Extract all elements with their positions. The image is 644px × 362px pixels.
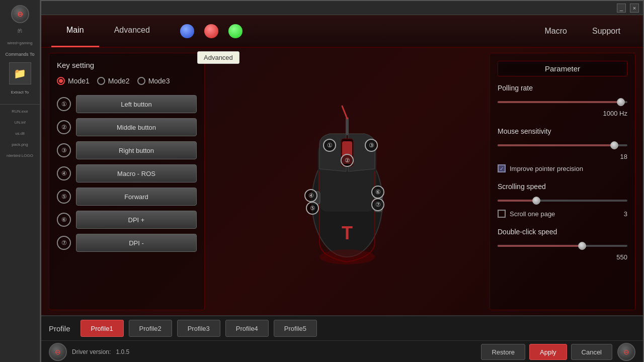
dot-blue[interactable]	[180, 24, 194, 38]
mode2-option[interactable]: Mode2	[97, 77, 130, 85]
sidebar-icon-box[interactable]: 📁	[9, 62, 31, 84]
restore-button[interactable]: Restore	[481, 344, 525, 360]
key-num-3: ③	[57, 143, 71, 157]
polling-rate-thumb[interactable]	[617, 98, 625, 106]
bottom-right-icon: ⊖	[617, 343, 635, 361]
polling-rate-label: Polling rate	[498, 84, 627, 92]
scroll-one-page-value: 3	[624, 210, 627, 218]
mode3-radio[interactable]	[137, 77, 145, 85]
bottom-bar: ⊖ Driver version: 1.0.5 Restore Apply Ca…	[41, 340, 643, 362]
sensitivity-value: 18	[498, 153, 627, 160]
tab-main[interactable]: Main	[51, 15, 99, 47]
sidebar-commands[interactable]: Commands To	[0, 50, 40, 59]
sidebar-file5: rderbird LOGO	[0, 151, 40, 160]
scroll-one-page-checkbox[interactable]	[498, 210, 506, 218]
mode-selector: Mode1 Mode2 Mode3	[57, 77, 197, 85]
double-click-fill	[498, 245, 582, 247]
scrolling-speed-thumb[interactable]	[532, 197, 540, 205]
key-num-5: ⑤	[57, 190, 71, 204]
content-area: Key setting Mode1 Mode2 Mode3 ①	[41, 48, 643, 315]
cancel-button[interactable]: Cancel	[571, 344, 612, 360]
key-btn-4[interactable]: Macro - ROS	[76, 164, 197, 183]
profile3-button[interactable]: Profile3	[177, 320, 220, 337]
minimize-button[interactable]: _	[617, 4, 626, 13]
sensitivity-slider[interactable]	[498, 140, 627, 150]
svg-text:T: T	[342, 223, 353, 243]
key-btn-7[interactable]: DPI -	[76, 234, 197, 252]
key-num-7: ⑦	[57, 236, 71, 250]
left-sidebar: ⊖ 的 wired+gaming Commands To 📁 Extract T…	[0, 0, 40, 362]
svg-line-10	[342, 106, 347, 119]
key-num-4: ④	[57, 166, 71, 180]
mode1-radio[interactable]	[57, 77, 65, 85]
profile5-button[interactable]: Profile5	[274, 320, 317, 337]
sidebar-wired: wired+gaming	[0, 39, 40, 47]
top-navigation: Main Advanced Macro Support Advanced	[41, 15, 643, 48]
double-click-slider[interactable]	[498, 241, 627, 251]
scrolling-speed-section: Scrolling speed Scroll one page 3	[498, 183, 627, 218]
double-click-section: Double-click speed 550	[498, 228, 627, 261]
key-btn-1[interactable]: Left button	[76, 95, 197, 113]
key-setting-title: Key setting	[57, 61, 197, 69]
bottom-left-icon: ⊖	[49, 343, 67, 361]
mouse-num-1: ①	[323, 139, 336, 152]
sensitivity-section: Mouse sensitivity 18 Improve pointer pre…	[498, 127, 627, 172]
mouse-num-7: ⑦	[371, 198, 384, 211]
key-btn-3[interactable]: Right button	[76, 141, 197, 159]
driver-version-text: Driver version: 1.0.5	[72, 348, 129, 355]
mouse-num-3: ③	[365, 139, 378, 152]
key-btn-5[interactable]: Forward	[76, 188, 197, 206]
parameter-title: Parameter	[498, 61, 627, 76]
improve-precision-row: Improve pointer precision	[498, 164, 627, 172]
scroll-one-page-label: Scroll one page	[510, 210, 555, 218]
svg-point-4	[319, 249, 375, 264]
profile-dots	[180, 24, 243, 38]
mouse-num-2: ②	[341, 154, 354, 167]
double-click-label: Double-click speed	[498, 228, 627, 236]
key-row-1: ① Left button	[57, 95, 197, 113]
polling-rate-section: Polling rate 1000 Hz	[498, 84, 627, 117]
profile-label: Profile	[49, 324, 70, 333]
polling-rate-slider[interactable]	[498, 97, 627, 107]
sidebar-file2: UN.inf	[0, 118, 40, 127]
sensitivity-thumb[interactable]	[610, 141, 618, 149]
mouse-illustration: T ① ② ③ ④ ⑤ ⑥ ⑦	[297, 91, 397, 272]
apply-button[interactable]: Apply	[529, 344, 567, 360]
scrolling-speed-label: Scrolling speed	[498, 183, 627, 191]
mode3-option[interactable]: Mode3	[137, 77, 170, 85]
key-setting-panel: Key setting Mode1 Mode2 Mode3 ①	[49, 53, 205, 310]
close-button[interactable]: ×	[630, 4, 639, 13]
key-btn-6[interactable]: DPI +	[76, 211, 197, 229]
right-navigation: Macro Support	[532, 15, 633, 47]
bottom-actions: Restore Apply Cancel	[481, 344, 612, 360]
title-bar: _ ×	[41, 1, 643, 15]
mouse-area: T ① ② ③ ④ ⑤ ⑥ ⑦	[212, 53, 482, 310]
double-click-value: 550	[498, 253, 627, 261]
tab-macro[interactable]: Macro	[532, 15, 580, 47]
key-row-3: ③ Right button	[57, 141, 197, 159]
mouse-num-5: ⑤	[306, 202, 319, 215]
double-click-track	[498, 245, 627, 247]
key-row-2: ② Middle button	[57, 118, 197, 136]
mode1-option[interactable]: Mode1	[57, 77, 90, 85]
dot-green[interactable]	[228, 24, 243, 38]
sensitivity-label: Mouse sensitivity	[498, 127, 627, 135]
dot-red[interactable]	[204, 24, 218, 38]
polling-rate-fill	[498, 101, 621, 103]
profile4-button[interactable]: Profile4	[225, 320, 269, 337]
double-click-thumb[interactable]	[578, 242, 586, 250]
tab-advanced[interactable]: Advanced	[99, 15, 165, 47]
profile-bar: Profile Profile1 Profile2 Profile3 Profi…	[41, 315, 643, 340]
key-row-7: ⑦ DPI -	[57, 234, 197, 252]
scrolling-speed-track	[498, 200, 627, 202]
key-num-6: ⑥	[57, 213, 71, 227]
profile1-button[interactable]: Profile1	[80, 320, 124, 337]
profile2-button[interactable]: Profile2	[129, 320, 172, 337]
scrolling-speed-slider[interactable]	[498, 196, 627, 206]
mode2-radio[interactable]	[97, 77, 105, 85]
tab-support[interactable]: Support	[580, 15, 633, 47]
improve-precision-checkbox[interactable]	[498, 164, 506, 172]
mouse-num-6: ⑥	[371, 186, 384, 199]
scrolling-speed-fill	[498, 200, 536, 202]
key-btn-2[interactable]: Middle button	[76, 118, 197, 136]
